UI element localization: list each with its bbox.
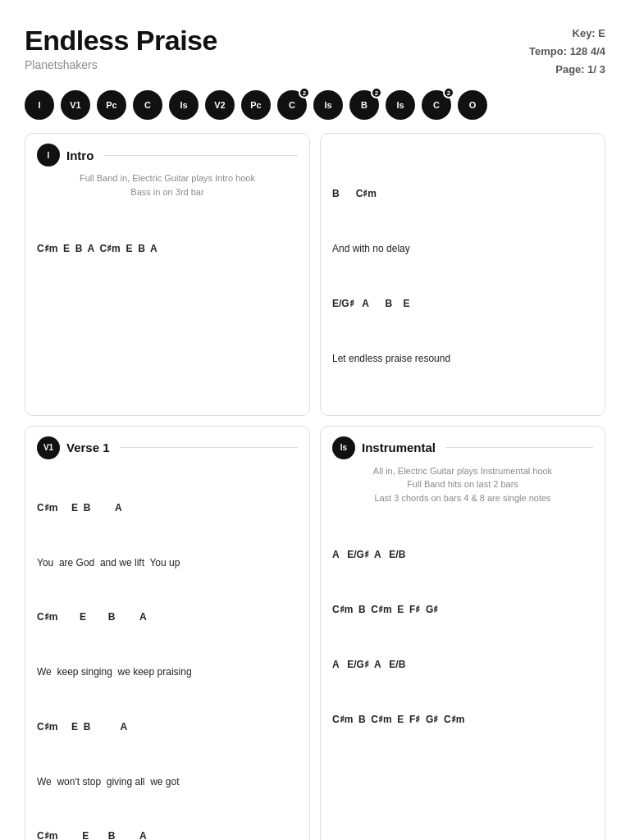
- intro-cont-content: B C♯m And with no delay E/G♯ A B E Let e…: [332, 150, 593, 404]
- song-meta: Key: E Tempo: 128 4/4 Page: 1/ 3: [529, 25, 605, 79]
- instrumental-notes: All in, Electric Guitar plays Instrument…: [332, 464, 593, 505]
- nav-Pc2[interactable]: Pc: [241, 90, 271, 120]
- nav-I[interactable]: I: [25, 90, 54, 120]
- key-value: E: [598, 27, 605, 39]
- nav-O[interactable]: O: [458, 90, 487, 120]
- tempo-label: Tempo:: [529, 45, 567, 57]
- nav-Pc1[interactable]: Pc: [97, 90, 126, 120]
- nav-Is2[interactable]: Is: [313, 90, 343, 120]
- song-title: Endless Praise: [25, 25, 217, 57]
- nav-C3-badge: 2: [443, 87, 454, 98]
- verse1-title: Verse 1: [66, 441, 110, 454]
- nav-Is3[interactable]: Is: [386, 90, 415, 120]
- key-label: Key:: [573, 27, 596, 39]
- page-header: Endless Praise Planetshakers Key: E Temp…: [25, 25, 605, 79]
- nav-B[interactable]: B 2: [349, 90, 379, 120]
- tempo-value: 128 4/4: [570, 45, 605, 57]
- verse1-divider: [120, 447, 298, 448]
- nav-V2[interactable]: V2: [205, 90, 235, 120]
- page-label: Page:: [555, 63, 584, 75]
- song-artist: Planetshakers: [25, 58, 217, 71]
- nav-Is1[interactable]: Is: [169, 90, 199, 120]
- page-value: 1/ 3: [587, 63, 605, 75]
- instrumental-title: Instrumental: [362, 441, 436, 454]
- intro-title: Intro: [66, 148, 94, 162]
- verse1-badge: V1: [37, 436, 60, 459]
- instrumental-content: A E/G♯ A E/B C♯m B C♯m E F♯ G♯ A E/G♯ A …: [332, 511, 593, 765]
- instrumental-section: Is Instrumental All in, Electric Guitar …: [320, 426, 605, 840]
- instrumental-divider: [445, 447, 593, 448]
- verse1-section: V1 Verse 1 C♯m E B A You are God and we …: [25, 426, 310, 840]
- intro-content: C♯m E B A C♯m E B A: [37, 205, 298, 295]
- nav-C2[interactable]: C 2: [277, 90, 307, 120]
- nav-B-badge: 2: [371, 87, 382, 98]
- intro-divider: [103, 155, 298, 156]
- intro-notes: Full Band in, Electric Guitar plays Intr…: [37, 171, 298, 199]
- section-nav: I V1 Pc C Is V2 Pc C 2 Is B 2 Is C 2 O: [25, 90, 605, 120]
- main-content: I Intro Full Band in, Electric Guitar pl…: [25, 133, 605, 840]
- nav-C2-badge: 2: [299, 87, 310, 98]
- verse1-content: C♯m E B A You are God and we lift You up…: [37, 464, 298, 840]
- intro-badge: I: [37, 144, 60, 167]
- intro-cont-section: B C♯m And with no delay E/G♯ A B E Let e…: [320, 133, 605, 415]
- instrumental-badge: Is: [332, 436, 355, 459]
- nav-C1[interactable]: C: [133, 90, 162, 120]
- nav-C3[interactable]: C 2: [422, 90, 451, 120]
- nav-V1[interactable]: V1: [61, 90, 90, 120]
- intro-section: I Intro Full Band in, Electric Guitar pl…: [25, 133, 310, 415]
